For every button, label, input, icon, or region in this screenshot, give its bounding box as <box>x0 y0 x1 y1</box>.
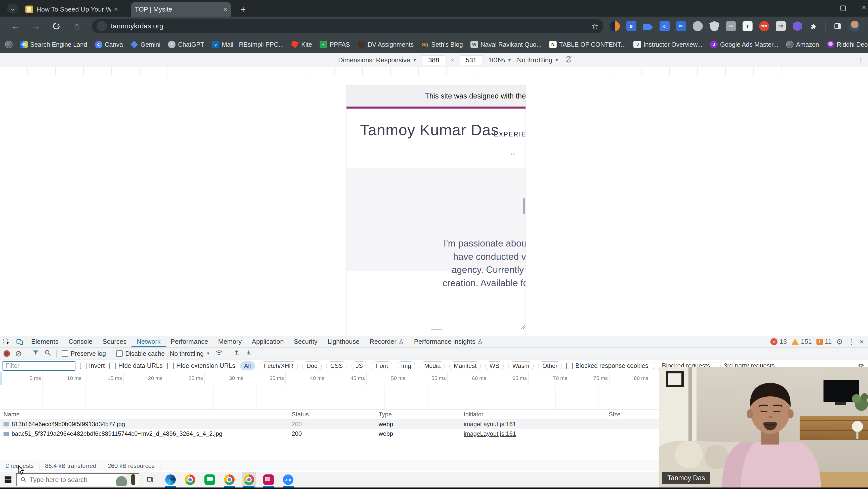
throttling-select[interactable]: No throttling ▼ <box>517 56 559 64</box>
bookmark-item[interactable]: WNaval Ravikant Quo... <box>470 41 541 48</box>
viewport-scrollbar-thumb[interactable] <box>523 198 525 214</box>
filter-type-all[interactable]: All <box>240 361 255 370</box>
filter-type-manifest[interactable]: Manifest <box>450 361 481 370</box>
side-panel-icon[interactable] <box>833 21 843 31</box>
bookmark-item[interactable]: *ChatGPT <box>168 41 204 48</box>
taskbar-screen-recorder-icon[interactable] <box>261 472 276 488</box>
network-conditions-icon[interactable] <box>215 349 223 358</box>
bookmark-item[interactable]: SgSeth's Blog <box>421 41 463 48</box>
browser-tab-mysite[interactable]: TOP | Mysite × <box>131 2 231 17</box>
tab-elements[interactable]: Elements <box>26 336 63 347</box>
console-errors-badge[interactable]: ✕13 <box>770 338 787 346</box>
browser-tab-wordpress[interactable]: How To Speed Up Your Wordpr × <box>21 2 122 17</box>
filter-type-wasm[interactable]: Wasm <box>508 361 534 370</box>
filter-type-doc[interactable]: Doc <box>302 361 321 370</box>
viewport-bottom-drag-handle[interactable] <box>431 329 442 330</box>
bookmark-item[interactable]: CCanva <box>95 41 123 48</box>
devtools-menu-icon[interactable]: ⋮ <box>847 337 855 346</box>
url-text[interactable]: tanmoykrdas.org <box>111 22 163 30</box>
browser-menu-icon[interactable]: ⋮ <box>867 22 868 31</box>
extension-icon[interactable]: ◇ <box>659 21 670 31</box>
tab-security[interactable]: Security <box>289 336 322 347</box>
taskbar-chrome-profile-icon[interactable] <box>222 472 236 488</box>
taskbar-chrome-active-icon[interactable] <box>242 472 256 488</box>
tab-application[interactable]: Application <box>247 336 289 347</box>
record-network-log-icon[interactable] <box>3 350 10 357</box>
dimensions-select[interactable]: Dimensions: Responsive ▼ <box>338 56 417 64</box>
rotate-device-icon[interactable] <box>564 55 573 65</box>
window-maximize-button[interactable]: ▢ <box>836 1 850 14</box>
column-header-status[interactable]: Status <box>288 410 375 419</box>
taskbar-zoom-icon[interactable]: zm <box>281 472 295 488</box>
console-warnings-badge[interactable]: 151 <box>791 338 812 346</box>
extensions-puzzle-icon[interactable] <box>809 21 819 31</box>
extension-hexagon-icon[interactable] <box>792 21 802 31</box>
filter-type-other[interactable]: Other <box>538 361 562 370</box>
bookmark-item[interactable]: oMail - REsimpli PPC... <box>212 41 284 48</box>
filter-type-fetch-xhr[interactable]: Fetch/XHR <box>260 361 298 370</box>
bookmark-item[interactable] <box>5 41 12 48</box>
tab-close-icon[interactable]: × <box>223 5 227 13</box>
tab-close-icon[interactable]: × <box>114 5 118 13</box>
bookmark-item[interactable]: NTABLE OF CONTENT... <box>549 41 626 48</box>
bookmark-item[interactable]: iJInstructor Overview... <box>633 41 703 48</box>
taskbar-google-chat-icon[interactable] <box>203 472 217 488</box>
tab-search-chevron-icon[interactable]: ⌄ <box>7 3 18 13</box>
viewport-height-input[interactable] <box>460 55 483 65</box>
hide-extension-urls-checkbox[interactable]: Hide extension URLs <box>167 362 235 369</box>
column-header-initiator[interactable]: Initiator <box>460 410 605 419</box>
search-icon[interactable] <box>44 349 51 358</box>
extension-icon[interactable] <box>610 21 620 31</box>
extension-icon[interactable]: 3 <box>743 21 752 31</box>
hide-data-urls-checkbox[interactable]: Hide data URLs <box>110 362 163 369</box>
profile-avatar[interactable] <box>849 21 860 32</box>
home-icon[interactable]: ⌂ <box>71 20 83 32</box>
filter-type-ws[interactable]: WS <box>485 361 504 370</box>
task-view-button[interactable] <box>143 472 158 488</box>
tab-sources[interactable]: Sources <box>98 336 131 347</box>
taskbar-search-input[interactable] <box>30 476 100 484</box>
extension-shield-icon[interactable] <box>709 21 719 31</box>
zoom-select[interactable]: 100% ▼ <box>488 56 512 64</box>
window-close-button[interactable]: × <box>857 1 868 14</box>
bookmark-star-icon[interactable]: ☆ <box>591 21 598 31</box>
bookmark-item[interactable]: Kite <box>291 41 312 48</box>
bookmark-item[interactable]: Amazon <box>786 41 819 48</box>
extension-icon[interactable]: ROI <box>676 21 686 31</box>
bookmark-item[interactable]: DV Assignments <box>358 41 414 48</box>
filter-funnel-icon[interactable] <box>32 349 39 358</box>
back-icon[interactable]: ← <box>9 20 22 32</box>
viewport-width-input[interactable] <box>422 55 445 65</box>
taskbar-edge-icon[interactable] <box>163 472 178 488</box>
site-nav-fragment[interactable]: EXPERIEN <box>494 131 526 138</box>
issues-badge[interactable]: !11 <box>816 338 832 346</box>
devtools-settings-gear-icon[interactable]: ⚙ <box>836 337 843 346</box>
tab-performance[interactable]: Performance <box>166 336 213 347</box>
filter-type-media[interactable]: Media <box>420 361 445 370</box>
new-tab-button[interactable]: + <box>238 4 249 15</box>
bookmark-item[interactable]: Gemini <box>130 41 160 48</box>
tab-memory[interactable]: Memory <box>213 336 247 347</box>
bookmark-item[interactable]: ~PPFAS <box>319 41 350 48</box>
filter-type-js[interactable]: JS <box>351 361 367 370</box>
preserve-log-checkbox[interactable]: Preserve log <box>62 350 106 357</box>
tab-network[interactable]: Network <box>131 336 165 347</box>
network-throttling-select[interactable]: No throttling▼ <box>170 350 210 357</box>
tab-recorder[interactable]: Recorder <box>365 336 409 347</box>
viewport-resize-corner[interactable] <box>521 325 525 329</box>
taskbar-chrome-icon[interactable] <box>183 472 197 488</box>
initiator-link[interactable]: imageLayout.js:161 <box>464 421 516 428</box>
filter-type-font[interactable]: Font <box>372 361 392 370</box>
filter-type-css[interactable]: CSS <box>326 361 347 370</box>
disable-cache-checkbox[interactable]: Disable cache <box>116 350 165 357</box>
extension-icon[interactable]: B <box>626 21 637 31</box>
toggle-device-toolbar-icon[interactable] <box>13 336 26 347</box>
clear-network-log-icon[interactable]: ⊘ <box>15 350 22 358</box>
filter-input[interactable] <box>2 361 75 371</box>
column-header-name[interactable]: Name <box>0 410 288 419</box>
inspect-element-icon[interactable] <box>0 336 13 347</box>
column-header-type[interactable]: Type <box>375 410 460 419</box>
filter-type-img[interactable]: Img <box>397 361 415 370</box>
tab-console[interactable]: Console <box>63 336 97 347</box>
site-settings-icon[interactable] <box>97 21 107 31</box>
